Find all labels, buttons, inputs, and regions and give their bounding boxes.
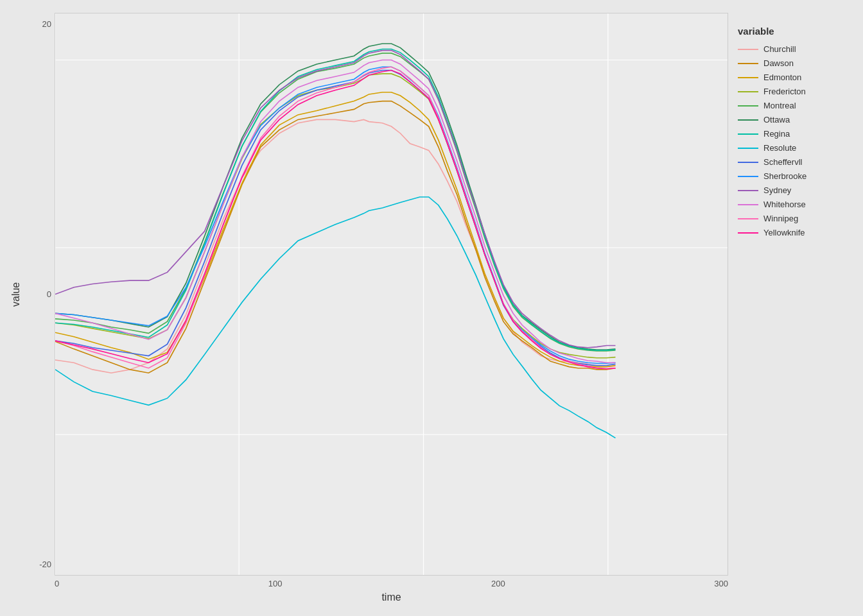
legend-line-ottawa xyxy=(738,119,758,121)
legend-item-regina: Regina xyxy=(738,129,847,139)
legend-item-scheffervll: Scheffervll xyxy=(738,157,847,167)
line-regina xyxy=(55,49,616,350)
legend-label-sherbrooke: Sherbrooke xyxy=(763,171,806,181)
legend-label-whitehorse: Whitehorse xyxy=(763,200,806,209)
line-sherbrooke xyxy=(55,67,616,363)
legend-label-resolute: Resolute xyxy=(763,143,796,153)
legend-item-sydney: Sydney xyxy=(738,185,847,195)
line-ottawa xyxy=(55,44,616,350)
legend-line-edmonton xyxy=(738,77,758,78)
plot-with-yaxis: value 20 0 -20 xyxy=(6,13,728,576)
x-axis-area: 0 100 200 300 xyxy=(55,576,728,588)
x-tick-0: 0 xyxy=(55,579,59,588)
legend-label-edmonton: Edmonton xyxy=(763,73,801,82)
legend-item-yellowknife: Yellowknife xyxy=(738,228,847,237)
x-tick-100: 100 xyxy=(268,579,283,588)
y-tick-0: 0 xyxy=(47,289,51,299)
legend-line-resolute xyxy=(738,148,758,149)
legend-line-fredericton xyxy=(738,91,758,92)
line-resolute xyxy=(55,197,616,438)
legend-line-sydney xyxy=(738,190,758,191)
y-axis-ticks: 20 0 -20 xyxy=(26,13,55,576)
legend-line-regina xyxy=(738,133,758,135)
legend-label-winnipeg: Winnipeg xyxy=(763,214,798,223)
y-axis-label: value xyxy=(6,13,26,576)
legend: variable Churchill Dawson Edmonton Frede… xyxy=(728,13,857,603)
legend-line-scheffervll xyxy=(738,162,758,163)
legend-item-resolute: Resolute xyxy=(738,143,847,153)
chart-area: value 20 0 -20 xyxy=(6,13,728,603)
legend-item-sherbrooke: Sherbrooke xyxy=(738,171,847,181)
line-montreal xyxy=(55,53,616,351)
legend-item-fredericton: Fredericton xyxy=(738,87,847,96)
line-sydney xyxy=(55,51,616,348)
chart-container: value 20 0 -20 xyxy=(0,0,863,616)
legend-line-yellowknife xyxy=(738,232,758,234)
y-tick-20: 20 xyxy=(42,19,51,29)
line-fredericton xyxy=(55,74,616,358)
legend-label-churchill: Churchill xyxy=(763,44,796,54)
legend-line-churchill xyxy=(738,49,758,50)
legend-label-yellowknife: Yellowknife xyxy=(763,228,805,237)
legend-item-whitehorse: Whitehorse xyxy=(738,200,847,209)
legend-line-montreal xyxy=(738,105,758,107)
legend-item-edmonton: Edmonton xyxy=(738,73,847,82)
legend-label-regina: Regina xyxy=(763,129,790,139)
legend-label-ottawa: Ottawa xyxy=(763,115,790,124)
legend-label-fredericton: Fredericton xyxy=(763,87,806,96)
line-churchill xyxy=(55,119,616,373)
chart-svg xyxy=(55,13,728,575)
plot-panel xyxy=(55,13,728,576)
y-tick--20: -20 xyxy=(39,560,51,569)
x-axis-ticks: 0 100 200 300 xyxy=(55,576,728,588)
legend-item-montreal: Montreal xyxy=(738,101,847,110)
legend-line-dawson xyxy=(738,63,758,64)
legend-label-dawson: Dawson xyxy=(763,58,794,68)
legend-line-sherbrooke xyxy=(738,176,758,177)
line-dawson xyxy=(55,101,616,373)
legend-label-montreal: Montreal xyxy=(763,101,796,110)
legend-item-dawson: Dawson xyxy=(738,58,847,68)
x-tick-200: 200 xyxy=(491,579,505,588)
legend-item-churchill: Churchill xyxy=(738,44,847,54)
legend-item-ottawa: Ottawa xyxy=(738,115,847,124)
x-axis-label: time xyxy=(55,588,728,603)
legend-title: variable xyxy=(738,26,847,37)
legend-item-winnipeg: Winnipeg xyxy=(738,214,847,223)
legend-label-sydney: Sydney xyxy=(763,185,791,195)
legend-line-whitehorse xyxy=(738,204,758,205)
x-tick-300: 300 xyxy=(714,579,728,588)
legend-line-winnipeg xyxy=(738,218,758,219)
legend-label-scheffervll: Scheffervll xyxy=(763,157,802,167)
